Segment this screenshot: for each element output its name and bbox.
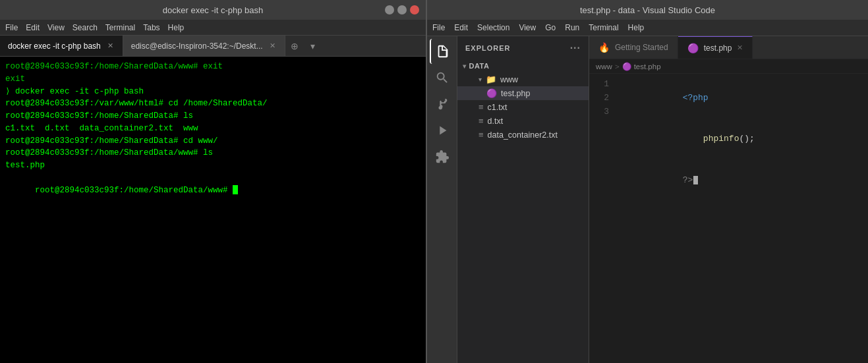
sidebar-more-button[interactable]: ··· [570, 42, 581, 54]
vscode-menu-view[interactable]: View [519, 23, 536, 32]
editor-tab-getting-started[interactable]: 🔥 Getting Started [589, 36, 678, 59]
maximize-button[interactable] [397, 5, 407, 14]
menu-help[interactable]: Help [168, 23, 185, 32]
new-tab-button[interactable]: ⊕ [285, 36, 304, 56]
txt-file-icon: ≡ [478, 102, 484, 112]
terminal-line-7: root@2894c033c93f:/home/SharedData/www# … [5, 147, 420, 159]
chevron-icon: ▾ [463, 63, 467, 70]
terminal-body[interactable]: root@2894c033c93f:/home/SharedData/www# … [0, 57, 426, 363]
line-num-1: 1 [589, 78, 609, 92]
vscode-main: Explorer ··· ▾ DATA ▾ 📁 www 🟣 test [427, 36, 868, 363]
sidebar-explorer: Explorer ··· ▾ DATA ▾ 📁 www 🟣 test [457, 36, 589, 363]
terminal-title: docker exec -it c-php bash [163, 5, 263, 15]
menu-search[interactable]: Search [72, 23, 98, 32]
editor-tabs: 🔥 Getting Started 🟣 test.php ✕ [589, 36, 868, 59]
vscode-menu-selection[interactable]: Selection [477, 23, 509, 32]
tab-dropdown-button[interactable]: ▾ [304, 36, 322, 56]
line-numbers: 1 2 3 [589, 76, 616, 360]
breadcrumb-testphp[interactable]: test.php [634, 63, 661, 70]
activity-source-control-icon[interactable] [430, 92, 455, 117]
terminal-line-4: root@2894c033c93f:/home/SharedData# ls [5, 110, 420, 123]
editor-tab-testphp[interactable]: 🟣 test.php ✕ [678, 36, 753, 59]
activity-bar [427, 36, 457, 363]
terminal-line-6: root@2894c033c93f:/home/SharedData# cd w… [5, 135, 420, 148]
code-editor[interactable]: 1 2 3 <?php phpinfo(); ?> [589, 74, 868, 363]
menu-tabs[interactable]: Tabs [143, 23, 159, 32]
flame-icon: 🔥 [598, 42, 610, 53]
tab-testphp-close[interactable]: ✕ [737, 43, 743, 52]
tree-item-data-container[interactable]: ≡ data_container2.txt [457, 128, 589, 142]
folder-chevron-icon: ▾ [478, 76, 482, 83]
code-line-3: ?> [621, 160, 868, 201]
terminal-cursor [233, 185, 238, 194]
terminal-line-2: ⟩ docker exec -it c-php bash [5, 86, 420, 98]
terminal-line-3: root@2894c033c93f:/var/www/html# cd /hom… [5, 98, 420, 110]
file-datacontainer-label: data_container2.txt [488, 130, 558, 140]
code-indent [683, 134, 703, 144]
vscode-menu-help[interactable]: Help [628, 23, 645, 32]
tab1-close[interactable]: ✕ [106, 42, 115, 50]
breadcrumb: www > 🟣 test.php [589, 59, 868, 74]
activity-extensions-icon[interactable] [430, 144, 455, 169]
tab2-label: edisc@edisc-Inspiron-3542:~/Deskt... [131, 42, 263, 51]
line-num-2: 2 [589, 92, 609, 105]
terminal-tab-2[interactable]: edisc@edisc-Inspiron-3542:~/Deskt... ✕ [123, 36, 285, 56]
vscode-menu-file[interactable]: File [432, 23, 445, 32]
terminal-line-8: test.php [5, 159, 420, 172]
window-controls [385, 5, 419, 14]
vscode-menu-terminal[interactable]: Terminal [589, 23, 618, 32]
menu-edit[interactable]: Edit [26, 23, 40, 32]
vscode-menu-go[interactable]: Go [545, 23, 556, 32]
menu-file[interactable]: File [5, 23, 18, 32]
explorer-tree: ▾ DATA ▾ 📁 www 🟣 test.php ≡ c1.txt [457, 59, 589, 363]
terminal-line-5: c1.txt d.txt data_container2.txt www [5, 123, 420, 135]
file-c1txt-label: c1.txt [488, 103, 507, 112]
terminal-line-1: exit [5, 73, 420, 86]
vscode-window: test.php - data - Visual Studio Code Fil… [427, 0, 868, 363]
txt-file-icon-3: ≡ [478, 130, 484, 140]
tree-section-data[interactable]: ▾ DATA [457, 59, 589, 72]
code-line-1: <?php [621, 78, 868, 119]
terminal-line-9: root@2894c033c93f:/home/SharedData/www# [5, 172, 420, 209]
php-file-icon: 🟣 [486, 88, 497, 98]
menu-view[interactable]: View [47, 23, 65, 32]
tree-item-c1txt[interactable]: ≡ c1.txt [457, 100, 589, 114]
code-cursor [693, 176, 698, 184]
file-dtxt-label: d.txt [488, 117, 504, 126]
breadcrumb-www[interactable]: www [596, 63, 612, 70]
vscode-menu-run[interactable]: Run [565, 23, 579, 32]
txt-file-icon-2: ≡ [478, 116, 484, 126]
terminal-menubar: File Edit View Search Terminal Tabs Help [0, 20, 426, 36]
folder-icon: 📁 [486, 74, 496, 84]
terminal-window: docker exec -it c-php bash File Edit Vie… [0, 0, 427, 363]
code-fn-phpinfo: phpinfo [703, 134, 739, 144]
close-button[interactable] [410, 5, 419, 14]
tab-testphp-label: test.php [704, 43, 732, 53]
code-php-open-tag: <?php [683, 93, 709, 103]
tab2-close[interactable]: ✕ [268, 42, 277, 50]
terminal-titlebar: docker exec -it c-php bash [0, 0, 426, 20]
terminal-tabs: docker exec -it c-php bash ✕ edisc@edisc… [0, 36, 426, 57]
activity-search-icon[interactable] [430, 65, 455, 90]
line-num-3: 3 [589, 105, 609, 119]
php-tab-icon: 🟣 [687, 43, 699, 53]
tree-item-dtxt[interactable]: ≡ d.txt [457, 114, 589, 128]
vscode-menu-edit[interactable]: Edit [454, 23, 468, 32]
folder-www-label: www [500, 75, 518, 84]
code-lines: <?php phpinfo(); ?> [616, 76, 868, 360]
tab1-label: docker exec -it c-php bash [8, 42, 101, 51]
section-data-label: DATA [469, 62, 490, 70]
terminal-tab-1[interactable]: docker exec -it c-php bash ✕ [0, 36, 123, 56]
vscode-title: test.php - data - Visual Studio Code [580, 5, 715, 15]
tree-item-www[interactable]: ▾ 📁 www [457, 72, 589, 86]
minimize-button[interactable] [385, 5, 394, 14]
activity-run-debug-icon[interactable] [430, 118, 455, 143]
breadcrumb-sep1: > [615, 63, 620, 70]
activity-files-icon[interactable] [430, 39, 455, 64]
file-testphp-label: test.php [501, 89, 530, 98]
code-parens: (); [739, 134, 754, 144]
menu-terminal[interactable]: Terminal [105, 23, 135, 32]
sidebar-title: Explorer [465, 44, 511, 52]
tree-item-testphp[interactable]: 🟣 test.php [457, 86, 589, 100]
vscode-menubar: File Edit Selection View Go Run Terminal… [427, 20, 868, 36]
